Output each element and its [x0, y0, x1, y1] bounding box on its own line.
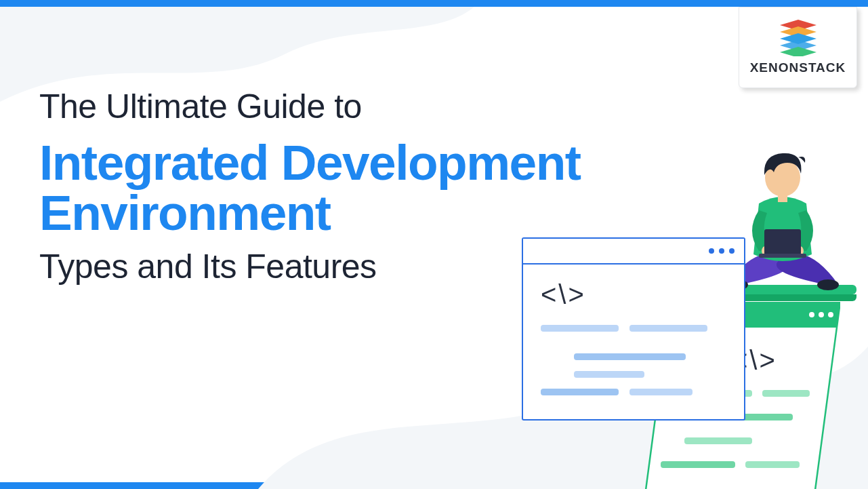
- brand-name: XENONSTACK: [750, 60, 846, 75]
- svg-point-18: [817, 279, 839, 290]
- svg-point-19: [762, 246, 772, 256]
- svg-point-7: [809, 312, 814, 317]
- svg-marker-4: [780, 47, 817, 56]
- headline-line-2: Integrated Development Environment: [39, 138, 636, 239]
- svg-point-20: [793, 246, 804, 256]
- laptop-icon: [764, 229, 801, 255]
- svg-rect-22: [778, 190, 787, 202]
- svg-rect-12: [762, 390, 810, 397]
- svg-rect-16: [745, 461, 800, 468]
- svg-marker-5: [644, 302, 840, 489]
- svg-rect-21: [759, 254, 806, 258]
- svg-point-9: [828, 312, 833, 317]
- top-accent-bar: [0, 0, 868, 7]
- bottom-wave-decoration: [258, 286, 868, 489]
- banner-canvas: XENONSTACK The Ultimate Guide to Integra…: [0, 0, 868, 489]
- stack-layers-icon: [780, 20, 817, 56]
- svg-rect-14: [684, 437, 752, 444]
- svg-rect-13: [691, 414, 793, 420]
- bottom-accent-bar: [0, 482, 868, 489]
- bench-platform: [686, 285, 856, 301]
- headline-line-1: The Ultimate Guide to: [39, 88, 636, 125]
- developer-sitting-icon: [718, 142, 847, 305]
- svg-rect-11: [671, 390, 752, 397]
- svg-text:<\>: <\>: [732, 345, 777, 375]
- headline-block: The Ultimate Guide to Integrated Develop…: [39, 88, 636, 286]
- svg-rect-15: [661, 461, 735, 468]
- svg-point-17: [726, 279, 748, 290]
- svg-point-23: [765, 159, 800, 197]
- brand-logo-card: XENONSTACK: [739, 7, 857, 88]
- svg-point-8: [819, 312, 824, 317]
- headline-line-3: Types and Its Features: [39, 248, 636, 286]
- svg-marker-6: [667, 302, 840, 328]
- code-document-back: <\>: [644, 302, 840, 489]
